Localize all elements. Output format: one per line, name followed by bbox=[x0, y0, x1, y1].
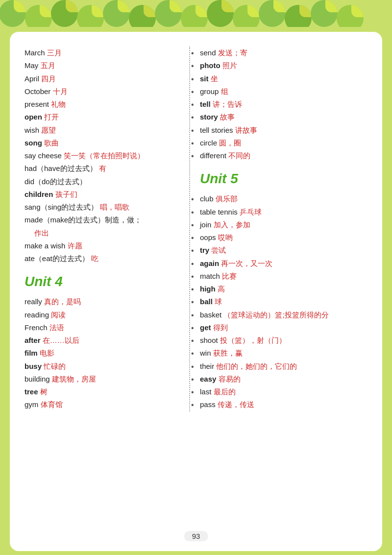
deco-circle-14 bbox=[337, 5, 364, 27]
right-intro-list: send 发送；寄 photo 照片 sit 坐 group 组 tell 讲；… bbox=[200, 47, 368, 162]
vocab-win: win 获胜，赢 bbox=[200, 347, 368, 360]
deco-circle-10 bbox=[233, 5, 260, 27]
deco-circle-5 bbox=[103, 0, 130, 27]
vocab-sit: sit 坐 bbox=[200, 72, 368, 85]
vocab-present: present 礼物 bbox=[24, 98, 179, 111]
vocab-april: April 四月 bbox=[24, 72, 179, 85]
vocab-basket: basket （篮球运动的）篮;投篮所得的分 bbox=[200, 309, 368, 321]
vocab-story: story 故事 bbox=[200, 111, 368, 123]
vocab-really: really 真的，是吗 bbox=[24, 295, 179, 308]
deco-circle-2 bbox=[25, 5, 52, 27]
vocab-club: club 俱乐部 bbox=[200, 193, 368, 205]
vocab-tell-stories: tell stories 讲故事 bbox=[200, 124, 368, 137]
left-column: March 三月 May 五月 April 四月 October 十月 pres… bbox=[24, 47, 189, 411]
vocab-ball: ball 球 bbox=[200, 295, 368, 308]
deco-circle-11 bbox=[259, 0, 286, 27]
vocab-tell: tell 讲；告诉 bbox=[200, 98, 368, 111]
vocab-made: made（make的过去式）制造，做； bbox=[24, 214, 179, 226]
vocab-may: May 五月 bbox=[24, 59, 179, 72]
vocab-after: after 在……以后 bbox=[24, 334, 179, 347]
vocab-ate: ate（eat的过去式） 吃 bbox=[24, 252, 179, 265]
vocab-sang: sang（sing的过去式） 唱，唱歌 bbox=[24, 201, 179, 214]
vocab-say-cheese: say cheese 笑一笑（常在拍照时说） bbox=[24, 149, 179, 162]
vocab-send: send 发送；寄 bbox=[200, 47, 368, 59]
right-column: send 发送；寄 photo 照片 sit 坐 group 组 tell 讲；… bbox=[189, 47, 368, 411]
vocab-group: group 组 bbox=[200, 85, 368, 98]
vocab-song: song 歌曲 bbox=[24, 137, 179, 149]
vocab-photo: photo 照片 bbox=[200, 59, 368, 72]
content-area: March 三月 May 五月 April 四月 October 十月 pres… bbox=[10, 32, 382, 551]
vocab-did: did（do的过去式） bbox=[24, 175, 179, 188]
vocab-film: film 电影 bbox=[24, 347, 179, 360]
vocab-circle: circle 圆，圈 bbox=[200, 137, 368, 149]
vocab-october: October 十月 bbox=[24, 85, 179, 98]
deco-circle-12 bbox=[285, 5, 312, 27]
page-number: 93 bbox=[184, 531, 208, 541]
vocab-match: match 比赛 bbox=[200, 270, 368, 283]
vocab-made-cont: 作出 bbox=[34, 227, 179, 240]
vocab-march: March 三月 bbox=[24, 47, 179, 59]
deco-circle-13 bbox=[311, 0, 338, 27]
vocabulary-columns: March 三月 May 五月 April 四月 October 十月 pres… bbox=[24, 47, 368, 411]
vocab-pass: pass 传递，传送 bbox=[200, 398, 368, 411]
vocab-open: open 打开 bbox=[24, 111, 179, 123]
vocab-building: building 建筑物，房屋 bbox=[24, 373, 179, 386]
vocab-last: last 最后的 bbox=[200, 386, 368, 398]
vocab-had: had（have的过去式） 有 bbox=[24, 162, 179, 175]
vocab-join: join 加入，参加 bbox=[200, 218, 368, 231]
vocab-shoot: shoot 投（篮），射（门） bbox=[200, 334, 368, 347]
vocab-reading: reading 阅读 bbox=[24, 309, 179, 321]
unit4-list: really 真的，是吗 reading 阅读 French 法语 after … bbox=[24, 295, 179, 411]
vocab-wish: wish 愿望 bbox=[24, 124, 179, 137]
vocab-busy: busy 忙碌的 bbox=[24, 360, 179, 373]
vocab-make-a-wish: make a wish 许愿 bbox=[24, 240, 179, 252]
top-decoration bbox=[0, 0, 392, 27]
deco-circle-1 bbox=[0, 0, 26, 27]
unit4-heading: Unit 4 bbox=[24, 274, 179, 290]
deco-circle-3 bbox=[51, 0, 78, 27]
vocab-table-tennis: table tennis 乒乓球 bbox=[200, 206, 368, 218]
vocab-their: their 他们的，她们的，它们的 bbox=[200, 360, 368, 373]
vocab-get: get 得到 bbox=[200, 321, 368, 334]
vocab-different: different 不同的 bbox=[200, 149, 368, 162]
unit5-list: club 俱乐部 table tennis 乒乓球 join 加入，参加 oop… bbox=[200, 193, 368, 411]
deco-circle-9 bbox=[207, 0, 234, 27]
deco-circle-4 bbox=[77, 5, 104, 27]
deco-circle-7 bbox=[155, 0, 182, 27]
vocab-tree: tree 树 bbox=[24, 386, 179, 398]
vocab-french: French 法语 bbox=[24, 321, 179, 334]
vocab-high: high 高 bbox=[200, 283, 368, 295]
vocab-again: again 再一次，又一次 bbox=[200, 257, 368, 270]
left-intro-list: March 三月 May 五月 April 四月 October 十月 pres… bbox=[24, 47, 179, 265]
vocab-gym: gym 体育馆 bbox=[24, 398, 179, 411]
vocab-easy: easy 容易的 bbox=[200, 373, 368, 386]
vocab-try: try 尝试 bbox=[200, 244, 368, 257]
vocab-children: children 孩子们 bbox=[24, 188, 179, 201]
deco-circle-8 bbox=[181, 5, 208, 27]
vocab-oops: oops 哎哟 bbox=[200, 231, 368, 244]
deco-circle-6 bbox=[129, 5, 156, 27]
unit5-heading: Unit 5 bbox=[200, 171, 368, 187]
